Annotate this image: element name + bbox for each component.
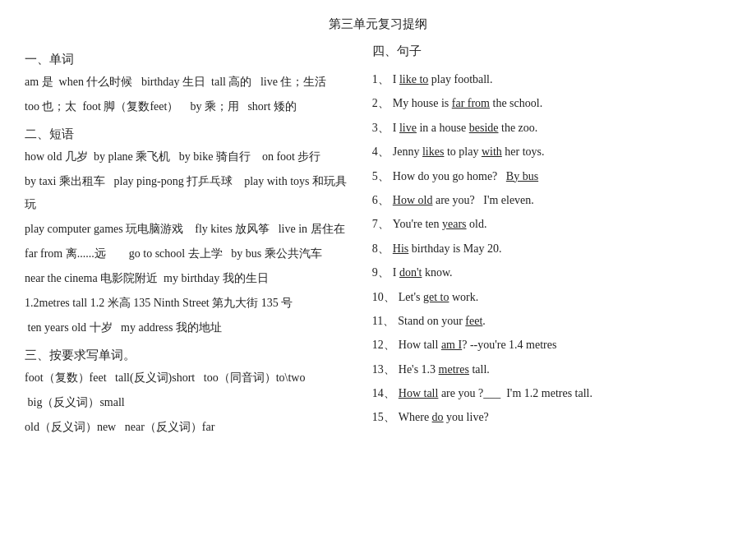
sentence-2: 2、 My house is far from the school. <box>372 91 731 115</box>
sentence-num: 9、 <box>372 261 390 284</box>
sentence-15: 15、 Where do you live? <box>372 405 731 429</box>
sentence-num: 11、 <box>372 309 394 333</box>
sentence-num: 8、 <box>372 237 390 261</box>
sentence-text: I like to play football. <box>393 67 493 91</box>
vocab-line-1: foot（复数）feet tall(反义词)short too（同音词）to\t… <box>25 367 356 390</box>
right-column: 四、句子 1、 I like to play football. 2、 My h… <box>364 44 731 440</box>
section-sentences-title: 四、句子 <box>372 44 731 59</box>
sentence-text: How tall am I? --you're 1.4 metres <box>399 333 557 357</box>
phrase-line-3: play computer games 玩电脑游戏 fly kites 放风筝 … <box>25 218 356 241</box>
sentence-11: 11、 Stand on your feet. <box>372 309 731 333</box>
sentence-text: How old are you? I'm eleven. <box>393 188 534 212</box>
sentence-text: He's 1.3 metres tall. <box>399 357 490 381</box>
phrase-line-1: how old 几岁 by plane 乘飞机 by bike 骑自行 on f… <box>25 145 356 168</box>
section-phrases-title: 二、短语 <box>25 127 356 142</box>
sentence-12: 12、 How tall am I? --you're 1.4 metres <box>372 333 731 357</box>
sentence-num: 15、 <box>372 405 395 429</box>
vocab-line-2: big（反义词）small <box>25 391 356 414</box>
sentence-13: 13、 He's 1.3 metres tall. <box>372 357 731 381</box>
section-vocab-transform: 三、按要求写单词。 foot（复数）feet tall(反义词)short to… <box>25 348 356 439</box>
words-line-2: too 也；太 foot 脚（复数feet） by 乘；用 short 矮的 <box>25 95 356 118</box>
sentence-6: 6、 How old are you? I'm eleven. <box>372 188 731 212</box>
phrase-line-7: ten years old 十岁 my address 我的地址 <box>25 316 356 339</box>
sentence-num: 5、 <box>372 164 390 188</box>
sentence-num: 4、 <box>372 140 390 164</box>
sentence-num: 13、 <box>372 357 395 381</box>
page-title: 第三单元复习提纲 <box>25 16 731 32</box>
phrase-line-5: near the cinema 电影院附近 my birthday 我的生日 <box>25 267 356 290</box>
section-phrases: 二、短语 how old 几岁 by plane 乘飞机 by bike 骑自行… <box>25 127 356 339</box>
phrase-line-4: far from 离......远 go to school 去上学 by bu… <box>25 242 356 265</box>
sentence-7: 7、 You're ten years old. <box>372 212 731 236</box>
sentence-text: Stand on your feet. <box>398 309 486 333</box>
sentence-1: 1、 I like to play football. <box>372 67 731 91</box>
sentence-text: You're ten years old. <box>393 212 487 236</box>
sentence-text: How do you go home? By bus <box>393 164 538 188</box>
words-line-1: am 是 when 什么时候 birthday 生日 tall 高的 live … <box>25 71 356 94</box>
sentence-num: 10、 <box>372 285 395 309</box>
phrase-line-2: by taxi 乘出租车 play ping-pong 打乒乓球 play wi… <box>25 170 356 216</box>
sentence-num: 2、 <box>372 91 390 115</box>
sentence-text: I don't know. <box>393 261 453 284</box>
sentence-num: 14、 <box>372 381 395 405</box>
sentence-3: 3、 I live in a house beside the zoo. <box>372 116 731 140</box>
sentence-text: How tall are you ?___ I'm 1.2 metres tal… <box>399 381 592 405</box>
sentence-num: 12、 <box>372 333 395 357</box>
sentence-text: I live in a house beside the zoo. <box>393 116 538 140</box>
sentence-text: My house is far from the school. <box>393 91 542 115</box>
sentence-text: His birthday is May 20. <box>393 237 502 261</box>
section-words: 一、单词 am 是 when 什么时候 birthday 生日 tall 高的 … <box>25 52 356 118</box>
phrase-line-6: 1.2metres tall 1.2 米高 135 Ninth Street 第… <box>25 292 356 315</box>
vocab-line-3: old（反义词）new near（反义词）far <box>25 416 356 439</box>
sentence-14: 14、 How tall are you ?___ I'm 1.2 metres… <box>372 381 731 405</box>
section-words-title: 一、单词 <box>25 52 356 67</box>
sentence-10: 10、 Let's get to work. <box>372 285 731 309</box>
sentence-num: 1、 <box>372 67 390 91</box>
sentence-9: 9、 I don't know. <box>372 261 731 284</box>
sentence-num: 3、 <box>372 116 390 140</box>
section-vocab-title: 三、按要求写单词。 <box>25 348 356 363</box>
left-column: 一、单词 am 是 when 什么时候 birthday 生日 tall 高的 … <box>25 44 364 440</box>
sentence-text: Where do you live? <box>399 405 489 429</box>
sentence-num: 7、 <box>372 212 390 236</box>
sentence-5: 5、 How do you go home? By bus <box>372 164 731 188</box>
sentence-8: 8、 His birthday is May 20. <box>372 237 731 261</box>
sentence-num: 6、 <box>372 188 390 212</box>
sentence-4: 4、 Jenny likes to play with her toys. <box>372 140 731 164</box>
sentence-text: Let's get to work. <box>399 285 478 309</box>
sentence-text: Jenny likes to play with her toys. <box>393 140 545 164</box>
